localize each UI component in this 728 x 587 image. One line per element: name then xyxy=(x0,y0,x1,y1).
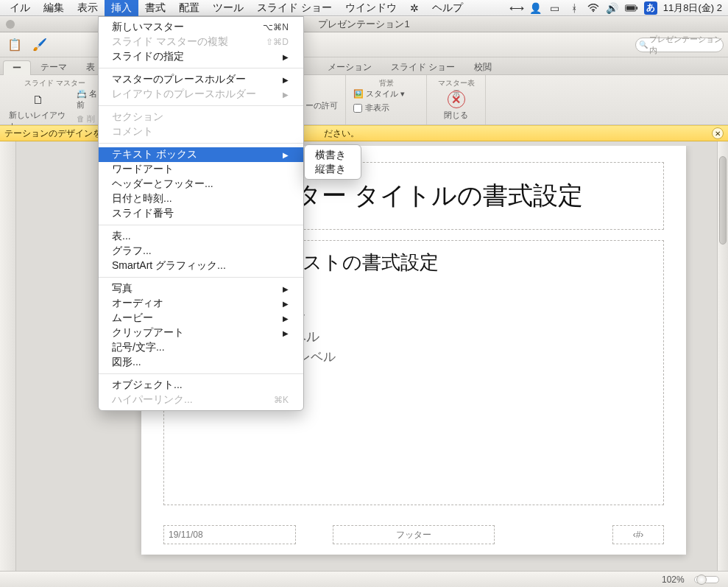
status-volume-icon[interactable]: 🔊 xyxy=(606,1,619,15)
status-wifi-icon[interactable] xyxy=(587,1,600,15)
zoom-knob[interactable] xyxy=(696,574,707,585)
group-slidemaster-label: スライド マスター xyxy=(7,78,102,88)
status-display-icon[interactable]: ▭ xyxy=(548,1,562,15)
placeholder-number[interactable]: ‹#› xyxy=(612,525,664,544)
insert-menu-item[interactable]: オーディオ▶ xyxy=(99,296,303,311)
placeholder-footer[interactable]: フッター xyxy=(333,525,495,544)
insert-menu-item: スライド マスターの複製⇧⌘D xyxy=(99,35,303,49)
insert-menu-item[interactable]: スライドの指定▶ xyxy=(99,49,303,64)
menu-help[interactable]: ヘルプ xyxy=(425,0,470,16)
status-bar: 102% xyxy=(0,571,728,587)
info-bar-text-right: ださい。 xyxy=(324,127,359,140)
menu-slideshow[interactable]: スライド ショー xyxy=(250,0,339,16)
info-bar-text-left: テーションのデザインを変 xyxy=(4,127,110,140)
menu-insert[interactable]: 挿入 xyxy=(105,0,138,16)
menu-file[interactable]: イル xyxy=(3,0,37,16)
insert-menu-item[interactable]: マスターのプレースホルダー▶ xyxy=(99,72,303,87)
menu-arrange[interactable]: 配置 xyxy=(172,0,206,16)
status-bluetooth-icon[interactable]: ᚼ xyxy=(568,1,581,15)
textbox-vertical[interactable]: 縦書き xyxy=(305,162,361,176)
vertical-scrollbar[interactable] xyxy=(717,141,728,571)
titlebar-button-icon[interactable] xyxy=(6,20,15,29)
ribbon-tab-review[interactable]: 校閲 xyxy=(464,60,501,74)
bg-style-button[interactable]: 🖼️ スタイル ▾ xyxy=(353,88,405,99)
insert-menu-item[interactable]: 記号/文字... xyxy=(99,340,303,355)
format-painter-icon[interactable]: 🖌️ xyxy=(29,35,50,55)
menu-scripts[interactable]: ✲ xyxy=(403,0,425,16)
scrollbar-thumb[interactable] xyxy=(719,156,727,245)
insert-menu-item[interactable]: 新しいマスター⌥⌘N xyxy=(99,20,303,35)
paste-icon[interactable]: 📋 xyxy=(4,35,25,55)
ribbon-tab-slideshow[interactable]: スライド ショー xyxy=(381,60,464,74)
close-icon: ✕ xyxy=(448,91,465,108)
insert-menu-item[interactable]: 日付と時刻... xyxy=(99,191,303,206)
textbox-horizontal[interactable]: 横書き xyxy=(305,148,361,162)
zoom-value: 102% xyxy=(662,574,685,585)
insert-menu-dropdown: 新しいマスター⌥⌘Nスライド マスターの複製⇧⌘Dスライドの指定▶マスターのプレ… xyxy=(98,16,304,411)
insert-menu-item[interactable]: スライド番号 xyxy=(99,206,303,221)
status-user-icon[interactable]: 👤 xyxy=(529,1,543,15)
menu-tools[interactable]: ツール xyxy=(206,0,250,16)
menu-format[interactable]: 書式 xyxy=(138,0,172,16)
info-bar-close-button[interactable]: ✕ xyxy=(712,127,724,139)
search-input[interactable]: プレゼンテーション内 xyxy=(635,38,724,52)
rename-icon: 📇 xyxy=(77,89,87,98)
bg-hide-checkbox[interactable]: 非表示 xyxy=(353,102,389,113)
menu-window[interactable]: ウインドウ xyxy=(339,0,403,16)
status-viewport-icon[interactable]: ⟷ xyxy=(510,1,523,15)
insert-menu-item: ハイパーリンク...⌘K xyxy=(99,393,303,407)
insert-menu-item[interactable]: オブジェクト... xyxy=(99,378,303,393)
insert-menu-item[interactable]: ムービー▶ xyxy=(99,311,303,326)
status-battery-icon[interactable] xyxy=(625,1,638,15)
zoom-control[interactable]: 102% xyxy=(662,574,719,585)
zoom-slider[interactable] xyxy=(694,576,719,583)
svg-rect-3 xyxy=(626,6,635,10)
delete-icon: 🗑 xyxy=(77,114,85,123)
insert-menu-item[interactable]: グラフ... xyxy=(99,244,303,259)
menu-view[interactable]: 表示 xyxy=(71,0,105,16)
group-masterview-label: マスター表示 xyxy=(434,78,478,88)
insert-menu-item[interactable]: 写真▶ xyxy=(99,281,303,296)
menu-edit[interactable]: 編集 xyxy=(37,0,71,16)
group-bg-label: 背景 xyxy=(353,78,419,88)
insert-menu-item[interactable]: ワードアート xyxy=(99,162,303,177)
placeholder-date[interactable]: 19/11/08 xyxy=(163,525,296,544)
insert-menu-item[interactable]: 表... xyxy=(99,229,303,244)
insert-menu-item[interactable]: 図形... xyxy=(99,355,303,370)
insert-menu-item[interactable]: クリップアート▶ xyxy=(99,326,303,340)
slidenav-strip[interactable] xyxy=(0,141,16,571)
insert-menu-item: セクション xyxy=(99,110,303,124)
svg-rect-2 xyxy=(636,7,637,10)
status-clock[interactable]: 11月8日(金) 2 xyxy=(660,1,725,15)
close-masterview-button[interactable]: ✕ 閉じる xyxy=(442,89,470,122)
body-level-5: » 第 5 レベル xyxy=(261,348,649,365)
insert-menu-item[interactable]: SmartArt グラフィック... xyxy=(99,259,303,273)
insert-menu-item: レイアウトのプレースホルダー▶ xyxy=(99,87,303,102)
close-label: 閉じる xyxy=(444,110,468,121)
ribbon-tab-unknown[interactable]: ー xyxy=(3,60,31,75)
new-layout-icon: 🗋 xyxy=(29,92,48,108)
textbox-submenu: 横書き 縦書き xyxy=(304,144,361,180)
insert-menu-item[interactable]: ヘッダーとフッター... xyxy=(99,177,303,191)
ribbon-tab-anim[interactable]: メーション xyxy=(318,60,381,74)
mac-menubar: イル 編集 表示 挿入 書式 配置 ツール スライド ショー ウインドウ ✲ ヘ… xyxy=(0,0,728,16)
insert-menu-item: コメント xyxy=(99,124,303,139)
bg-style-icon: 🖼️ xyxy=(353,89,364,98)
window-title: プレゼンテーション1 xyxy=(318,18,409,31)
status-ime-icon[interactable]: あ xyxy=(644,1,657,15)
svg-point-0 xyxy=(593,10,594,12)
ribbon-tab-theme[interactable]: テーマ xyxy=(31,60,77,74)
insert-menu-item[interactable]: テキスト ボックス▶ xyxy=(99,147,303,162)
